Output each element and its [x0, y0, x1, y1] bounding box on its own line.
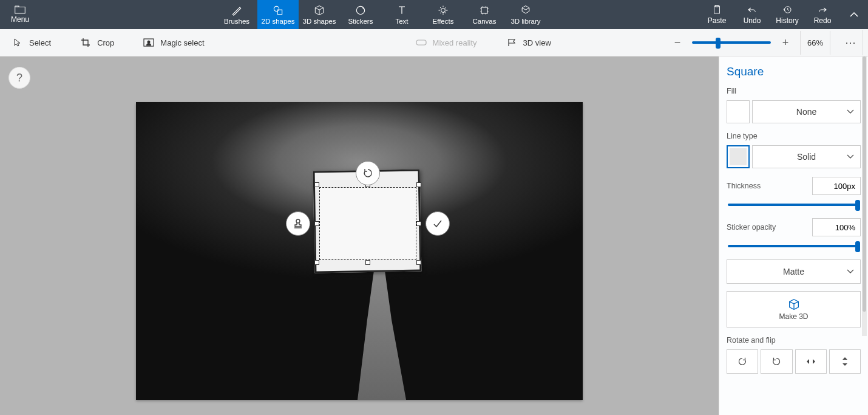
resize-handle[interactable]	[416, 221, 421, 226]
select-label: Select	[29, 38, 51, 47]
zoom-slider-thumb[interactable]	[716, 38, 721, 49]
redo-button[interactable]: Redo	[805, 0, 840, 29]
flip-horizontal-button[interactable]	[795, 349, 827, 374]
undo-button[interactable]: Undo	[734, 0, 770, 29]
slider-thumb[interactable]	[855, 241, 860, 252]
tab-2d-shapes[interactable]: 2D shapes	[257, 0, 299, 29]
tab-stickers[interactable]: Stickers	[340, 0, 381, 29]
chevron-down-icon	[847, 109, 854, 114]
3d-view-tool[interactable]: 3D view	[498, 37, 560, 48]
make3d-label: Make 3D	[779, 312, 808, 321]
chevron-down-icon	[847, 154, 854, 159]
text-icon	[396, 4, 408, 16]
commit-button[interactable]	[426, 211, 450, 236]
thickness-input[interactable]	[812, 177, 861, 195]
selection-marquee	[319, 187, 416, 260]
stamp-icon	[292, 218, 304, 230]
slider-thumb[interactable]	[855, 200, 860, 211]
tab-3d-shapes[interactable]: 3D shapes	[299, 0, 340, 29]
fill-type-value: None	[796, 107, 816, 117]
shape-selection[interactable]	[315, 183, 421, 264]
cube-icon	[787, 298, 801, 311]
fill-label: Fill	[727, 87, 861, 95]
brush-icon	[231, 4, 243, 16]
line-type-dropdown[interactable]: Solid	[752, 145, 861, 168]
mixed-reality-icon	[416, 37, 427, 48]
more-options-button[interactable]: ⋯	[839, 30, 863, 55]
magic-select-icon	[143, 37, 154, 48]
scrollbar[interactable]	[862, 57, 867, 336]
flip-vertical-button[interactable]	[829, 349, 861, 374]
tab-effects[interactable]: Effects	[422, 0, 464, 29]
select-tool[interactable]: Select	[4, 37, 59, 48]
zoom-controls: − + 66% ⋯	[671, 30, 868, 55]
fill-color-swatch[interactable]	[727, 100, 750, 123]
stamp-button[interactable]	[286, 211, 310, 236]
resize-handle[interactable]	[416, 260, 421, 265]
collapse-panel-button[interactable]	[840, 0, 868, 29]
line-color-swatch[interactable]	[727, 145, 750, 168]
flag-icon	[506, 37, 517, 48]
crop-icon	[80, 37, 91, 48]
resize-handle[interactable]	[365, 260, 370, 265]
opacity-slider[interactable]	[728, 245, 860, 247]
help-icon: ?	[16, 72, 22, 84]
history-button[interactable]: History	[770, 0, 805, 29]
resize-handle[interactable]	[416, 182, 421, 187]
tab-label: Effects	[433, 18, 454, 25]
tab-label: Brushes	[224, 18, 249, 25]
tab-label: 3D shapes	[303, 18, 336, 25]
tab-canvas[interactable]: Canvas	[464, 0, 505, 29]
tab-label: 2D shapes	[262, 18, 295, 25]
resize-handle[interactable]	[314, 260, 319, 265]
rotate-flip-label: Rotate and flip	[727, 336, 861, 345]
cursor-icon	[12, 37, 23, 48]
resize-handle[interactable]	[314, 182, 319, 187]
paste-icon	[711, 4, 722, 15]
zoom-slider[interactable]	[692, 41, 771, 44]
right-tools: Paste Undo History Redo	[699, 0, 868, 29]
view3d-label: 3D view	[523, 38, 551, 47]
magic-label: Magic select	[160, 38, 204, 47]
tab-brushes[interactable]: Brushes	[216, 0, 257, 29]
zoom-in-button[interactable]: +	[779, 36, 792, 49]
mixed-label: Mixed reality	[433, 38, 477, 47]
canvas-image[interactable]	[136, 102, 583, 400]
material-value: Matte	[783, 267, 804, 276]
thickness-slider[interactable]	[728, 204, 860, 206]
crop-tool[interactable]: Crop	[72, 37, 123, 48]
flip-v-icon	[840, 356, 850, 367]
menu-label: Menu	[11, 15, 29, 24]
tab-3d-library[interactable]: 3D library	[505, 0, 546, 29]
resize-handle[interactable]	[314, 221, 319, 226]
zoom-out-button[interactable]: −	[671, 36, 683, 49]
magic-select-tool[interactable]: Magic select	[135, 37, 212, 48]
rotate-cw-button[interactable]	[761, 349, 792, 374]
flip-h-icon	[805, 357, 816, 366]
opacity-input[interactable]	[812, 218, 861, 236]
tab-label: Stickers	[348, 18, 373, 25]
help-button[interactable]: ?	[8, 67, 30, 89]
rotate-handle[interactable]	[356, 161, 380, 185]
undo-icon	[747, 4, 758, 15]
chevron-up-icon	[849, 12, 859, 18]
make-3d-button[interactable]: Make 3D	[727, 291, 861, 328]
menu-button[interactable]: Menu	[0, 0, 40, 29]
rotate-ccw-button[interactable]	[727, 349, 758, 374]
opacity-label: Sticker opacity	[727, 223, 776, 232]
tab-text[interactable]: Text	[381, 0, 422, 29]
rotate-icon	[362, 167, 374, 179]
shapes-2d-icon	[272, 4, 284, 16]
top-toolbar: Menu Brushes 2D shapes 3D shapes Sticker…	[0, 0, 868, 29]
svg-point-12	[296, 219, 300, 223]
svg-point-10	[147, 41, 151, 44]
zoom-percent[interactable]: 66%	[800, 31, 830, 55]
hand-graphic	[358, 266, 406, 400]
paste-button[interactable]: Paste	[699, 0, 734, 29]
svg-point-1	[274, 6, 279, 11]
tab-label: Canvas	[473, 18, 497, 25]
canvas-area[interactable]: ?	[0, 57, 719, 415]
fill-type-dropdown[interactable]: None	[752, 100, 861, 123]
material-dropdown[interactable]: Matte	[727, 259, 861, 284]
chevron-down-icon	[847, 269, 854, 274]
